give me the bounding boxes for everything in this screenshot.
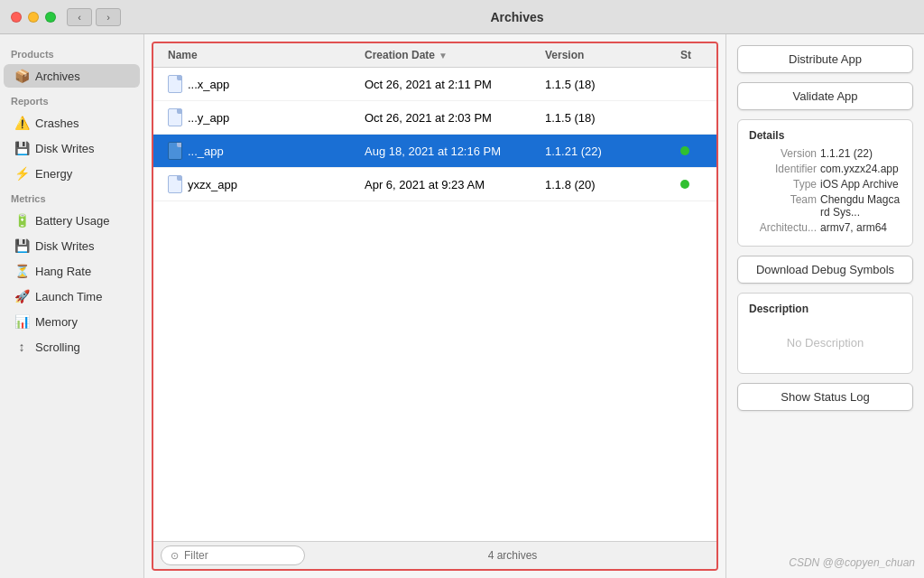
window-title: Archives	[121, 10, 913, 24]
hang-rate-label: Hang Rate	[35, 265, 91, 278]
cell-version: 1.1.21 (22)	[538, 135, 673, 167]
products-section-label: Products	[0, 42, 143, 63]
details-row-identifier: Identifier com.yxzx24.app	[749, 163, 901, 175]
distribute-app-button[interactable]: Distribute App	[737, 45, 913, 73]
file-icon	[168, 108, 182, 126]
download-debug-symbols-button[interactable]: Download Debug Symbols	[737, 256, 913, 284]
watermark: CSDN @@copyen_chuan	[789, 556, 915, 569]
description-title: Description	[749, 303, 901, 315]
cell-date: Apr 6, 2021 at 9:23 AM	[357, 168, 538, 200]
header-version[interactable]: Version	[538, 43, 673, 67]
filter-icon: ⊙	[171, 550, 179, 562]
details-value: com.yxzx24.app	[820, 163, 901, 175]
cell-status	[673, 101, 709, 134]
cell-name: ..._app	[161, 135, 357, 167]
maximize-button[interactable]	[45, 12, 56, 23]
minimize-button[interactable]	[28, 12, 39, 23]
sidebar-item-crashes[interactable]: ⚠️ Crashes	[4, 111, 140, 135]
table-header: Name Creation Date ▼ Version St	[153, 43, 716, 68]
table-body: ...x_app Oct 26, 2021 at 2:11 PM 1.1.5 (…	[153, 68, 716, 541]
details-key: Architectu...	[749, 221, 817, 234]
traffic-lights	[11, 12, 56, 23]
sidebar-item-memory[interactable]: 📊 Memory	[4, 310, 140, 333]
battery-usage-icon: 🔋	[14, 213, 29, 228]
memory-label: Memory	[35, 315, 78, 329]
status-dot	[680, 180, 689, 189]
disk-writes-icon: 💾	[14, 141, 29, 155]
header-creation-date[interactable]: Creation Date ▼	[357, 43, 538, 67]
content-area: Name Creation Date ▼ Version St	[144, 34, 725, 578]
battery-usage-label: Battery Usage	[35, 214, 109, 228]
sidebar-item-scrolling[interactable]: ↕️ Scrolling	[4, 335, 140, 359]
header-name[interactable]: Name	[161, 43, 357, 67]
details-key: Team	[749, 193, 817, 219]
back-button[interactable]: ‹	[67, 8, 92, 26]
details-row-arch: Architectu... armv7, arm64	[749, 221, 901, 234]
sidebar-item-disk-writes[interactable]: 💾 Disk Writes	[4, 136, 140, 160]
description-box: Description No Description	[737, 293, 913, 374]
filter-box[interactable]: ⊙	[161, 545, 305, 565]
cell-version: 1.1.8 (20)	[538, 168, 673, 200]
cell-name: ...x_app	[161, 68, 357, 100]
sidebar: Products 📦 Archives Reports ⚠️ Crashes 💾…	[0, 34, 144, 578]
crashes-icon: ⚠️	[14, 116, 29, 130]
file-icon	[168, 175, 182, 193]
metrics-disk-writes-label: Disk Writes	[35, 239, 94, 253]
details-value: armv7, arm64	[820, 221, 901, 234]
main-container: Products 📦 Archives Reports ⚠️ Crashes 💾…	[0, 34, 924, 578]
cell-name: ...y_app	[161, 101, 357, 134]
filter-input[interactable]	[184, 549, 295, 562]
metrics-disk-writes-icon: 💾	[14, 238, 29, 253]
hang-rate-icon: ⏳	[14, 264, 29, 278]
archives-label: Archives	[35, 70, 80, 83]
launch-time-icon: 🚀	[14, 289, 29, 303]
energy-icon: ⚡	[14, 166, 29, 181]
sidebar-item-metrics-disk-writes[interactable]: 💾 Disk Writes	[4, 234, 140, 257]
energy-label: Energy	[35, 167, 72, 181]
description-content: No Description	[749, 321, 901, 364]
details-value: Chengdu Magcard Sys...	[820, 193, 901, 219]
details-row-version: Version 1.1.21 (22)	[749, 147, 901, 160]
sidebar-item-hang-rate[interactable]: ⏳ Hang Rate	[4, 259, 140, 283]
cell-version: 1.1.5 (18)	[538, 101, 673, 134]
details-section: Details Version 1.1.21 (22) Identifier c…	[737, 119, 913, 247]
validate-app-button[interactable]: Validate App	[737, 82, 913, 110]
cell-version: 1.1.5 (18)	[538, 68, 673, 100]
archive-table: Name Creation Date ▼ Version St	[152, 42, 718, 571]
toolbar-nav: ‹ ›	[67, 8, 121, 26]
archive-count: 4 archives	[316, 549, 709, 562]
details-key: Type	[749, 178, 817, 191]
cell-status	[673, 168, 709, 200]
sidebar-item-launch-time[interactable]: 🚀 Launch Time	[4, 284, 140, 308]
scrolling-icon: ↕️	[14, 340, 29, 354]
details-key: Identifier	[749, 163, 817, 175]
details-row-type: Type iOS App Archive	[749, 178, 901, 191]
launch-time-label: Launch Time	[35, 290, 102, 303]
table-row[interactable]: ...x_app Oct 26, 2021 at 2:11 PM 1.1.5 (…	[153, 68, 716, 101]
archives-icon: 📦	[14, 69, 29, 83]
cell-name: yxzx_app	[161, 168, 357, 200]
forward-button[interactable]: ›	[96, 8, 121, 26]
file-icon	[168, 75, 182, 93]
details-value: iOS App Archive	[820, 178, 901, 191]
cell-status	[673, 68, 709, 100]
cell-status	[673, 135, 709, 167]
reports-section-label: Reports	[0, 89, 143, 110]
sidebar-item-battery-usage[interactable]: 🔋 Battery Usage	[4, 209, 140, 232]
titlebar: ‹ › Archives	[0, 0, 924, 34]
crashes-label: Crashes	[35, 117, 79, 130]
status-dot	[680, 146, 689, 155]
metrics-section-label: Metrics	[0, 186, 143, 208]
details-value: 1.1.21 (22)	[820, 147, 901, 160]
show-status-log-button[interactable]: Show Status Log	[737, 383, 913, 411]
sidebar-item-archives[interactable]: 📦 Archives	[4, 64, 140, 88]
sidebar-item-energy[interactable]: ⚡ Energy	[4, 162, 140, 185]
table-row-selected[interactable]: ..._app Aug 18, 2021 at 12:16 PM 1.1.21 …	[153, 135, 716, 168]
header-status[interactable]: St	[673, 43, 709, 67]
table-footer: ⊙ 4 archives	[153, 541, 716, 569]
close-button[interactable]	[11, 12, 22, 23]
table-row[interactable]: ...y_app Oct 26, 2021 at 2:03 PM 1.1.5 (…	[153, 101, 716, 135]
table-row[interactable]: yxzx_app Apr 6, 2021 at 9:23 AM 1.1.8 (2…	[153, 168, 716, 201]
memory-icon: 📊	[14, 314, 29, 329]
sort-arrow: ▼	[439, 51, 448, 61]
